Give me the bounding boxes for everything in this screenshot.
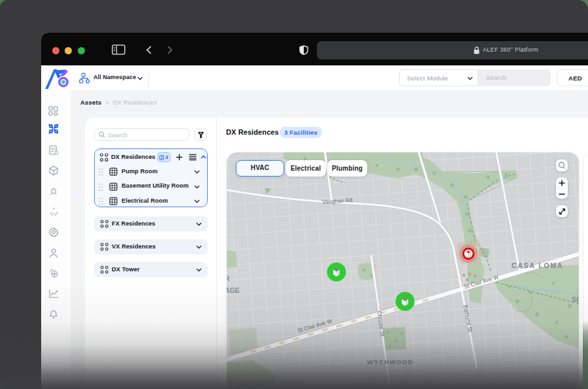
svg-text:WYCHWOOD: WYCHWOOD [367, 358, 414, 365]
svg-text:R: R [227, 275, 230, 282]
svg-text:CASA LOMA: CASA LOMA [512, 262, 563, 269]
svg-text:REGAL HEIGHTS: REGAL HEIGHTS [240, 379, 302, 386]
svg-text:AGE: AGE [227, 286, 240, 294]
svg-text:SC: SC [572, 296, 579, 303]
